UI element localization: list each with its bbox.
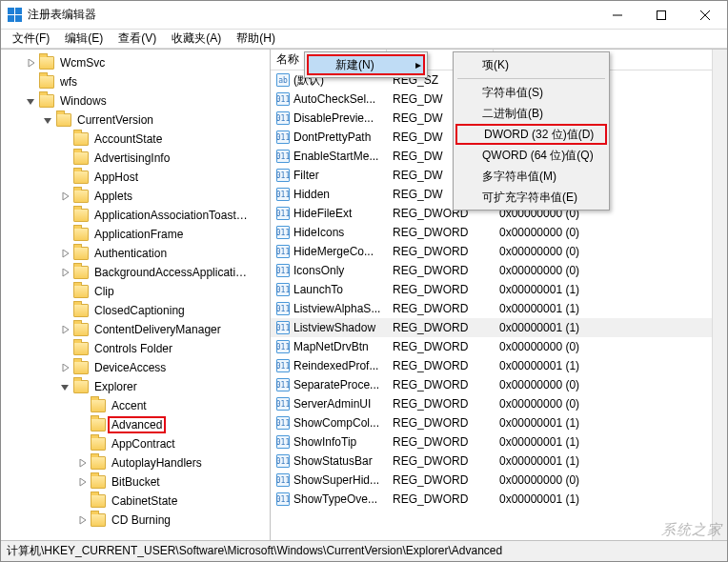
ctx-expand[interactable]: 可扩充字符串值(E) bbox=[455, 187, 607, 208]
table-row[interactable]: 011ReindexedProf...REG_DWORD0x00000001 (… bbox=[271, 356, 727, 375]
tree-item-contentdeliverymanager[interactable]: ContentDeliveryManager bbox=[3, 320, 268, 339]
table-row[interactable]: 011ShowStatusBarREG_DWORD0x00000001 (1) bbox=[271, 452, 727, 471]
vertical-scrollbar[interactable] bbox=[712, 50, 727, 540]
titlebar[interactable]: 注册表编辑器 bbox=[1, 1, 727, 30]
menu-help[interactable]: 帮助(H) bbox=[229, 29, 283, 49]
tree-item-currentversion[interactable]: CurrentVersion bbox=[3, 110, 268, 130]
expander-icon[interactable] bbox=[58, 380, 71, 393]
value-name: EnableStartMe... bbox=[293, 150, 378, 163]
tree-item-deviceaccess[interactable]: DeviceAccess bbox=[3, 358, 268, 377]
table-row[interactable]: 011ShowInfoTipREG_DWORD0x00000001 (1) bbox=[271, 432, 727, 452]
expander-icon[interactable] bbox=[75, 513, 89, 527]
tree-item-label: ApplicationFrame bbox=[92, 228, 185, 241]
value-data: 0x00000000 (0) bbox=[494, 340, 727, 353]
registry-editor-window: 注册表编辑器 文件(F) 编辑(E) 查看(V) 收藏夹(A) 帮助(H) Wc… bbox=[0, 0, 728, 562]
expander-icon[interactable] bbox=[58, 266, 71, 279]
table-row[interactable]: 011SeparateProce...REG_DWORD0x00000000 (… bbox=[271, 375, 727, 394]
ctx-string[interactable]: 字符串值(S) bbox=[455, 82, 607, 103]
folder-icon bbox=[91, 418, 106, 432]
tree-item-controlsfolder[interactable]: Controls Folder bbox=[3, 339, 268, 358]
tree-item-label: AutoplayHandlers bbox=[110, 456, 204, 470]
expander-icon[interactable] bbox=[24, 94, 37, 108]
tree-item-wfs[interactable]: wfs bbox=[3, 72, 268, 91]
expander-icon[interactable] bbox=[58, 247, 71, 260]
tree-item-applicationassociationtoast[interactable]: ApplicationAssociationToast… bbox=[3, 206, 268, 225]
expander-icon[interactable] bbox=[58, 361, 71, 374]
folder-icon bbox=[91, 456, 106, 470]
tree-item-clip[interactable]: Clip bbox=[3, 282, 268, 301]
tree-item-closedcaptioning[interactable]: ClosedCaptioning bbox=[3, 301, 268, 320]
tree-item-appcontract[interactable]: AppContract bbox=[3, 434, 268, 453]
tree-item-cdburning[interactable]: CD Burning bbox=[3, 511, 268, 530]
table-row[interactable]: 011ListviewShadowREG_DWORD0x00000001 (1) bbox=[271, 318, 727, 337]
table-row[interactable]: 011ListviewAlphaS...REG_DWORD0x00000001 … bbox=[271, 299, 727, 318]
tree-item-accountstate[interactable]: AccountState bbox=[3, 130, 268, 149]
ctx-dword[interactable]: DWORD (32 位)值(D) bbox=[455, 124, 607, 145]
values-panel[interactable]: 名称 类型 数据 ab(默认)REG_SZ011AutoCheckSel...R… bbox=[271, 50, 727, 540]
binary-value-icon: 011 bbox=[276, 188, 290, 201]
expander-icon[interactable] bbox=[75, 475, 89, 489]
table-row[interactable]: 011HideIconsREG_DWORD0x00000000 (0) bbox=[271, 223, 727, 242]
ctx-new[interactable]: 新建(N)▸ bbox=[307, 54, 425, 75]
ctx-binary[interactable]: 二进制值(B) bbox=[455, 103, 607, 124]
tree-item-accent[interactable]: Accent bbox=[3, 396, 268, 415]
tree-item-applets[interactable]: Applets bbox=[3, 187, 268, 206]
minimize-button[interactable] bbox=[596, 1, 639, 30]
table-row[interactable]: 011MapNetDrvBtnREG_DWORD0x00000000 (0) bbox=[271, 337, 727, 356]
value-type: REG_DWORD bbox=[387, 302, 494, 315]
table-row[interactable]: 011HideMergeCo...REG_DWORD0x00000000 (0) bbox=[271, 242, 727, 261]
tree-item-label: Clip bbox=[92, 285, 116, 298]
expander-icon[interactable] bbox=[58, 323, 71, 336]
table-row[interactable]: 011LaunchToREG_DWORD0x00000001 (1) bbox=[271, 280, 727, 299]
folder-icon bbox=[73, 132, 89, 146]
tree-item-label: ClosedCaptioning bbox=[92, 304, 187, 317]
tree-item-advanced[interactable]: Advanced bbox=[3, 415, 268, 434]
tree-item-applicationframe[interactable]: ApplicationFrame bbox=[3, 225, 268, 244]
tree-item-label: AccountState bbox=[92, 132, 164, 146]
table-row[interactable]: 011ShowSuperHid...REG_DWORD0x00000000 (0… bbox=[271, 471, 727, 490]
value-type: REG_DWORD bbox=[387, 473, 494, 487]
value-data: 0x00000001 (1) bbox=[494, 359, 727, 372]
ctx-qword[interactable]: QWORD (64 位)值(Q) bbox=[455, 145, 607, 166]
ctx-key[interactable]: 项(K) bbox=[455, 54, 607, 75]
menu-view[interactable]: 查看(V) bbox=[111, 29, 164, 49]
table-row[interactable]: 011ShowTypeOve...REG_DWORD0x00000001 (1) bbox=[271, 490, 727, 509]
tree-item-wcmsvc[interactable]: WcmSvc bbox=[3, 53, 268, 72]
folder-icon bbox=[91, 475, 106, 489]
folder-icon bbox=[56, 113, 71, 127]
maximize-button[interactable] bbox=[639, 1, 683, 30]
value-type: REG_DWORD bbox=[387, 321, 494, 334]
folder-icon bbox=[39, 56, 54, 70]
tree-item-bitbucket[interactable]: BitBucket bbox=[3, 472, 268, 492]
menu-edit[interactable]: 编辑(E) bbox=[57, 29, 111, 49]
tree-item-apphost[interactable]: AppHost bbox=[3, 168, 268, 187]
tree-item-cabinetstate[interactable]: CabinetState bbox=[3, 492, 268, 511]
value-data: 0x00000000 (0) bbox=[494, 226, 727, 239]
expander-icon[interactable] bbox=[41, 113, 54, 127]
value-name: ListviewShadow bbox=[293, 321, 375, 334]
value-type: REG_DWORD bbox=[387, 359, 494, 372]
value-type: REG_DWORD bbox=[387, 416, 494, 430]
value-name: Filter bbox=[293, 169, 319, 182]
table-row[interactable]: 011ServerAdminUIREG_DWORD0x00000000 (0) bbox=[271, 394, 727, 413]
tree-item-autoplayhandlers[interactable]: AutoplayHandlers bbox=[3, 453, 268, 472]
tree-item-advertisinginfo[interactable]: AdvertisingInfo bbox=[3, 149, 268, 168]
tree-panel[interactable]: WcmSvcwfsWindowsCurrentVersionAccountSta… bbox=[1, 50, 271, 540]
ctx-multi[interactable]: 多字符串值(M) bbox=[455, 166, 607, 187]
table-row[interactable]: 011ShowCompCol...REG_DWORD0x00000001 (1) bbox=[271, 413, 727, 432]
menu-file[interactable]: 文件(F) bbox=[5, 29, 57, 49]
tree-item-backgroundaccess[interactable]: BackgroundAccessApplicati… bbox=[3, 263, 268, 282]
expander-icon[interactable] bbox=[58, 190, 71, 203]
folder-icon bbox=[73, 342, 89, 355]
expander-icon[interactable] bbox=[24, 56, 37, 70]
close-button[interactable] bbox=[683, 1, 727, 30]
menu-favorites[interactable]: 收藏夹(A) bbox=[164, 29, 229, 49]
value-name: SeparateProce... bbox=[293, 378, 379, 391]
table-row[interactable]: 011IconsOnlyREG_DWORD0x00000000 (0) bbox=[271, 261, 727, 280]
tree-item-authentication[interactable]: Authentication bbox=[3, 244, 268, 263]
expander-icon[interactable] bbox=[75, 456, 89, 470]
tree-item-windows[interactable]: Windows bbox=[3, 91, 268, 110]
folder-icon bbox=[73, 247, 89, 260]
tree-item-explorer[interactable]: Explorer bbox=[3, 377, 268, 396]
value-name: ShowInfoTip bbox=[293, 435, 356, 449]
